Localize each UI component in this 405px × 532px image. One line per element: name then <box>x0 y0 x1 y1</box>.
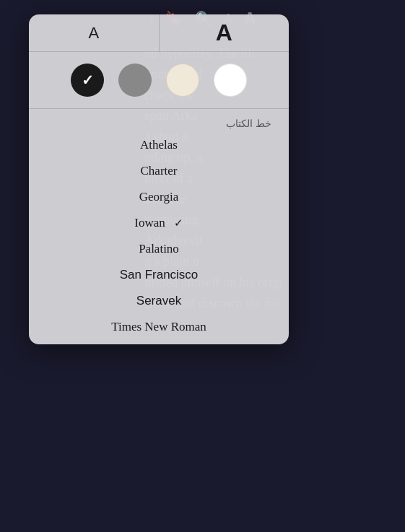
font-label-iowan: Iowan <box>134 216 165 230</box>
theme-white-button[interactable] <box>214 64 247 97</box>
dark-checkmark: ✓ <box>82 71 94 89</box>
theme-gray-button[interactable] <box>118 64 152 97</box>
font-label-palatino: Palatino <box>139 242 179 256</box>
font-item-athelas[interactable]: Athelas <box>29 132 289 158</box>
theme-dark-button[interactable]: ✓ <box>71 64 104 97</box>
font-section-header: خط الكتاب <box>29 113 289 132</box>
font-label-charter: Charter <box>141 164 178 178</box>
font-decrease-button[interactable]: A <box>29 14 160 51</box>
font-size-row: A A <box>29 14 289 52</box>
font-item-iowan[interactable]: Iowan ✓ <box>29 210 289 236</box>
font-item-seravek[interactable]: Seravek <box>29 288 289 314</box>
font-increase-button[interactable]: A <box>160 14 289 51</box>
font-label-seravek: Seravek <box>136 294 181 308</box>
font-item-san-francisco[interactable]: San Francisco <box>29 262 289 288</box>
font-label-san-francisco: San Francisco <box>120 268 199 282</box>
font-item-times-new-roman[interactable]: Times New Roman <box>29 314 289 340</box>
font-settings-popup: A A ✓ خط الكتاب Athelas Charter Georgia … <box>29 14 289 344</box>
iowan-checkmark: ✓ <box>174 217 183 230</box>
font-label-athelas: Athelas <box>140 138 178 152</box>
font-size-small-label: A <box>88 24 99 43</box>
font-list: خط الكتاب Athelas Charter Georgia Iowan … <box>29 109 289 344</box>
font-label-times-new-roman: Times New Roman <box>111 320 206 334</box>
font-label-georgia: Georgia <box>139 190 178 204</box>
theme-row: ✓ <box>29 52 289 109</box>
font-item-georgia[interactable]: Georgia <box>29 184 289 210</box>
font-size-large-label: A <box>216 19 232 46</box>
font-item-palatino[interactable]: Palatino <box>29 236 289 262</box>
theme-sepia-button[interactable] <box>166 64 199 97</box>
font-item-charter[interactable]: Charter <box>29 158 289 184</box>
